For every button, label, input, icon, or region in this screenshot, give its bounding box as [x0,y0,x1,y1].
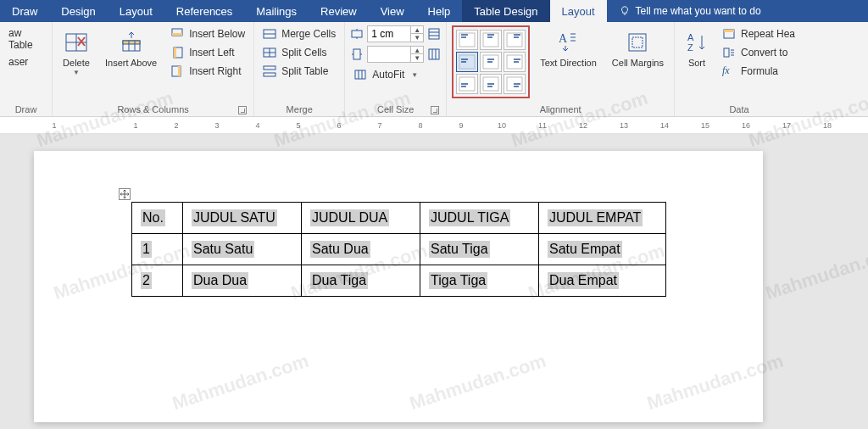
insert-below-icon [170,27,184,41]
align-bottom-left[interactable] [456,74,478,94]
svg-rect-66 [724,30,734,32]
text-direction-button[interactable]: A Text Direction [535,25,602,72]
split-table-button[interactable]: Split Table [259,63,339,80]
svg-rect-6 [123,41,140,44]
svg-rect-27 [429,49,439,59]
tab-design[interactable]: Design [49,0,107,22]
spin-up-icon[interactable]: ▲ [411,26,423,34]
row-height-input[interactable]: ▲▼ [367,25,424,42]
document-table[interactable]: No.JUDUL SATUJUDUL DUAJUDUL TIGAJUDUL EM… [131,202,666,297]
group-label-draw: Draw [5,103,47,116]
group-label-cell-size: Cell Size [350,103,441,116]
col-width-input[interactable]: ▲▼ [367,46,424,63]
row-height-icon [350,27,364,41]
align-top-right[interactable] [504,30,526,50]
insert-below-button[interactable]: Insert Below [167,25,248,42]
formula-button[interactable]: fx Formula [719,63,798,79]
sort-button[interactable]: AZ Sort [680,25,714,72]
autofit-button[interactable]: AutoFit ▼ [350,66,441,83]
table-move-handle[interactable] [119,188,131,200]
cell-margins-button[interactable]: Cell Margins [607,25,669,72]
table-cell[interactable]: Satu Dua [302,234,420,265]
dialog-launcher-icon[interactable] [431,106,439,114]
col-width-icon [350,47,364,61]
split-cells-button[interactable]: Split Cells [259,44,339,61]
ribbon: aw Table aser Draw Delete ▼ [0,22,868,117]
table-row[interactable]: 2Dua DuaDua TigaTiga TigaDua Empat [132,265,666,297]
align-top-left[interactable] [456,30,478,50]
svg-rect-14 [178,66,181,76]
table-cell[interactable]: 1 [132,234,183,265]
page[interactable]: No.JUDUL SATUJUDUL DUAJUDUL TIGAJUDUL EM… [34,151,763,422]
table-cell[interactable]: JUDUL SATU [183,203,302,234]
tab-references[interactable]: References [164,0,244,22]
tab-layout[interactable]: Layout [108,0,164,22]
table-cell[interactable]: Dua Dua [183,265,302,297]
tab-draw[interactable]: Draw [0,0,49,22]
align-middle-center[interactable] [480,52,502,72]
merge-cells-button[interactable]: Merge Cells [259,25,339,42]
insert-above-button[interactable]: Insert Above [100,25,162,72]
svg-rect-61 [629,34,646,51]
table-cell[interactable]: Satu Empat [539,234,666,265]
horizontal-ruler[interactable]: 1123456789101112131415161718 [0,117,868,134]
delete-icon [63,29,90,56]
table-cell[interactable]: No. [132,203,183,234]
table-cell[interactable]: Satu Tiga [420,234,539,265]
table-cell[interactable]: JUDUL DUA [302,203,420,234]
watermark: Mahmudan.com [763,240,868,304]
align-bottom-center[interactable] [480,74,502,94]
eraser-button[interactable]: aser [5,54,47,70]
tab-review[interactable]: Review [309,0,369,22]
table-cell[interactable]: 2 [132,265,183,297]
tab-mailings[interactable]: Mailings [244,0,309,22]
tab-help[interactable]: Help [416,0,463,22]
table-row[interactable]: No.JUDUL SATUJUDUL DUAJUDUL TIGAJUDUL EM… [132,203,666,234]
dropdown-arrow-icon: ▼ [73,69,80,76]
svg-rect-22 [352,31,362,37]
delete-button[interactable]: Delete ▼ [58,25,95,80]
text-direction-icon: A [557,29,581,56]
repeat-header-icon [722,27,736,41]
table-cell[interactable]: Tiga Tiga [420,265,539,297]
sort-icon: AZ [685,29,709,56]
align-top-center[interactable] [480,30,502,50]
svg-rect-12 [174,47,176,58]
lightbulb-icon [619,5,631,17]
dropdown-arrow-icon: ▼ [411,71,418,79]
insert-left-button[interactable]: Insert Left [167,44,248,61]
distribute-cols-icon[interactable] [427,47,441,61]
repeat-header-button[interactable]: Repeat Hea [719,25,798,42]
svg-text:A: A [559,32,568,45]
svg-text:Z: Z [687,42,693,53]
tab-view[interactable]: View [369,0,416,22]
svg-rect-23 [429,29,439,39]
convert-to-text-button[interactable]: Convert to [719,44,798,61]
group-label-merge: Merge [259,103,339,116]
table-cell[interactable]: Dua Tiga [302,265,420,297]
spin-down-icon[interactable]: ▼ [411,34,423,42]
table-cell[interactable]: JUDUL TIGA [420,203,539,234]
distribute-rows-icon[interactable] [427,27,441,41]
split-cells-icon [263,46,276,59]
insert-left-icon [170,46,184,59]
table-cell[interactable]: Dua Empat [539,265,666,297]
convert-icon [722,46,736,59]
formula-icon: fx [722,64,736,77]
tell-me-search[interactable]: Tell me what you want to do [607,0,868,22]
align-bottom-right[interactable] [504,74,526,94]
group-label-alignment: Alignment [452,103,669,116]
tab-table-layout[interactable]: Layout [550,0,607,22]
table-cell[interactable]: JUDUL EMPAT [539,203,666,234]
dialog-launcher-icon[interactable] [238,106,247,114]
table-cell[interactable]: Satu Satu [183,234,302,265]
spin-up-icon[interactable]: ▲ [411,47,423,54]
insert-right-button[interactable]: Insert Right [167,63,248,80]
table-row[interactable]: 1Satu SatuSatu DuaSatu TigaSatu Empat [132,234,666,265]
tab-table-design[interactable]: Table Design [462,0,549,22]
align-middle-right[interactable] [504,52,526,72]
spin-down-icon[interactable]: ▼ [411,54,423,62]
draw-table-button[interactable]: aw Table [5,25,47,53]
align-middle-left[interactable] [456,52,478,72]
merge-cells-icon [263,27,276,41]
